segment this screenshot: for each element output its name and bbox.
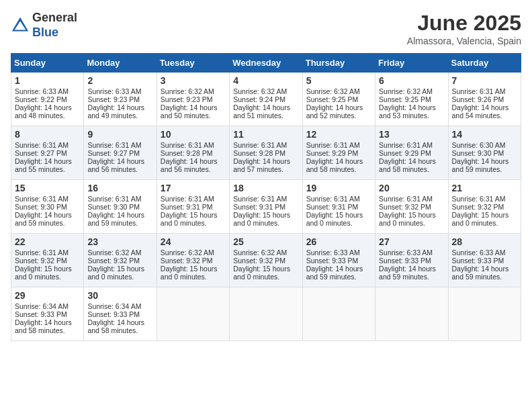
sunrise: Sunrise: 6:31 AM bbox=[161, 141, 214, 149]
day-number: 25 bbox=[233, 236, 298, 247]
day-28: 28 Sunrise: 6:33 AM Sunset: 9:33 PM Dayl… bbox=[448, 234, 521, 287]
empty-cell bbox=[448, 287, 521, 341]
daylight: Daylight: 15 hours and 0 minutes. bbox=[306, 211, 363, 227]
sunrise: Sunrise: 6:31 AM bbox=[233, 141, 287, 149]
page-header: General Blue June 2025 Almassora, Valenc… bbox=[11, 11, 521, 46]
day-number: 15 bbox=[15, 183, 80, 193]
day-22: 22 Sunrise: 6:31 AM Sunset: 9:32 PM Dayl… bbox=[11, 234, 84, 287]
day-19: 19 Sunrise: 6:31 AM Sunset: 9:31 PM Dayl… bbox=[302, 180, 375, 234]
daylight: Daylight: 14 hours and 48 minutes. bbox=[15, 103, 72, 120]
day-number: 21 bbox=[452, 183, 517, 193]
daylight: Daylight: 14 hours and 50 minutes. bbox=[161, 103, 218, 120]
sunrise: Sunrise: 6:31 AM bbox=[161, 195, 214, 203]
daylight: Daylight: 14 hours and 58 minutes. bbox=[379, 157, 436, 173]
daylight: Daylight: 15 hours and 0 minutes. bbox=[452, 211, 509, 227]
sunrise: Sunrise: 6:31 AM bbox=[15, 141, 69, 149]
col-thursday: Thursday bbox=[302, 54, 375, 73]
table-row: 15 Sunrise: 6:31 AM Sunset: 9:30 PM Dayl… bbox=[11, 180, 521, 234]
day-number: 29 bbox=[15, 290, 80, 301]
daylight: Daylight: 14 hours and 49 minutes. bbox=[87, 103, 144, 120]
sunrise: Sunrise: 6:30 AM bbox=[452, 141, 506, 149]
sunrise: Sunrise: 6:33 AM bbox=[15, 87, 69, 95]
day-number: 8 bbox=[15, 129, 80, 140]
day-5: 5 Sunrise: 6:32 AM Sunset: 9:25 PM Dayli… bbox=[302, 73, 375, 126]
sunset: Sunset: 9:33 PM bbox=[87, 310, 140, 318]
empty-cell bbox=[157, 287, 229, 341]
day-number: 3 bbox=[161, 75, 226, 86]
sunrise: Sunrise: 6:31 AM bbox=[233, 195, 287, 203]
daylight: Daylight: 14 hours and 58 minutes. bbox=[15, 318, 72, 334]
table-row: 22 Sunrise: 6:31 AM Sunset: 9:32 PM Dayl… bbox=[11, 234, 521, 287]
day-7: 7 Sunrise: 6:31 AM Sunset: 9:26 PM Dayli… bbox=[448, 73, 521, 126]
day-number: 12 bbox=[306, 129, 371, 140]
sunrise: Sunrise: 6:31 AM bbox=[306, 195, 360, 203]
day-30: 30 Sunrise: 6:34 AM Sunset: 9:33 PM Dayl… bbox=[84, 287, 157, 341]
daylight: Daylight: 14 hours and 58 minutes. bbox=[306, 157, 363, 173]
daylight: Daylight: 14 hours and 53 minutes. bbox=[379, 103, 436, 120]
sunset: Sunset: 9:33 PM bbox=[15, 310, 67, 318]
day-number: 9 bbox=[87, 129, 152, 140]
logo-blue: Blue bbox=[32, 26, 58, 39]
col-sunday: Sunday bbox=[11, 54, 84, 73]
sunrise: Sunrise: 6:32 AM bbox=[233, 87, 287, 95]
header-row: Sunday Monday Tuesday Wednesday Thursday… bbox=[11, 54, 521, 73]
day-23: 23 Sunrise: 6:32 AM Sunset: 9:32 PM Dayl… bbox=[84, 234, 157, 287]
daylight: Daylight: 15 hours and 0 minutes. bbox=[87, 265, 144, 281]
day-number: 11 bbox=[233, 129, 298, 140]
day-25: 25 Sunrise: 6:32 AM Sunset: 9:32 PM Dayl… bbox=[230, 234, 302, 287]
day-number: 26 bbox=[306, 236, 371, 247]
sunset: Sunset: 9:32 PM bbox=[233, 257, 285, 265]
sunrise: Sunrise: 6:34 AM bbox=[15, 302, 69, 310]
day-17: 17 Sunrise: 6:31 AM Sunset: 9:31 PM Dayl… bbox=[157, 180, 229, 234]
sunrise: Sunrise: 6:31 AM bbox=[306, 141, 360, 149]
day-number: 30 bbox=[87, 290, 152, 301]
logo-text: General Blue bbox=[32, 11, 77, 40]
sunset: Sunset: 9:32 PM bbox=[15, 257, 67, 265]
table-row: 8 Sunrise: 6:31 AM Sunset: 9:27 PM Dayli… bbox=[11, 126, 521, 180]
daylight: Daylight: 14 hours and 51 minutes. bbox=[233, 103, 290, 120]
sunset: Sunset: 9:23 PM bbox=[161, 95, 213, 103]
title-block: June 2025 Almassora, Valencia, Spain bbox=[407, 11, 521, 46]
day-number: 20 bbox=[379, 183, 444, 193]
daylight: Daylight: 15 hours and 0 minutes. bbox=[161, 265, 218, 281]
day-26: 26 Sunrise: 6:33 AM Sunset: 9:33 PM Dayl… bbox=[302, 234, 375, 287]
day-number: 23 bbox=[87, 236, 152, 247]
sunset: Sunset: 9:30 PM bbox=[452, 149, 504, 157]
sunset: Sunset: 9:33 PM bbox=[306, 257, 359, 265]
day-10: 10 Sunrise: 6:31 AM Sunset: 9:28 PM Dayl… bbox=[157, 126, 229, 180]
daylight: Daylight: 14 hours and 52 minutes. bbox=[306, 103, 363, 120]
sunset: Sunset: 9:27 PM bbox=[15, 149, 67, 157]
sunrise: Sunrise: 6:31 AM bbox=[87, 195, 141, 203]
sunrise: Sunrise: 6:33 AM bbox=[379, 248, 433, 257]
col-monday: Monday bbox=[84, 54, 157, 73]
sunset: Sunset: 9:23 PM bbox=[87, 95, 140, 103]
day-18: 18 Sunrise: 6:31 AM Sunset: 9:31 PM Dayl… bbox=[230, 180, 302, 234]
daylight: Daylight: 14 hours and 59 minutes. bbox=[87, 211, 144, 227]
day-number: 27 bbox=[379, 236, 444, 247]
daylight: Daylight: 14 hours and 59 minutes. bbox=[452, 157, 509, 173]
sunset: Sunset: 9:30 PM bbox=[15, 203, 67, 211]
sunset: Sunset: 9:31 PM bbox=[306, 203, 359, 211]
table-row: 1 Sunrise: 6:33 AM Sunset: 9:22 PM Dayli… bbox=[11, 73, 521, 126]
daylight: Daylight: 14 hours and 59 minutes. bbox=[452, 265, 509, 281]
day-16: 16 Sunrise: 6:31 AM Sunset: 9:30 PM Dayl… bbox=[84, 180, 157, 234]
day-number: 24 bbox=[161, 236, 226, 247]
sunrise: Sunrise: 6:32 AM bbox=[306, 87, 360, 95]
empty-cell bbox=[375, 287, 448, 341]
sunset: Sunset: 9:31 PM bbox=[233, 203, 285, 211]
daylight: Daylight: 15 hours and 0 minutes. bbox=[379, 211, 436, 227]
day-20: 20 Sunrise: 6:31 AM Sunset: 9:32 PM Dayl… bbox=[375, 180, 448, 234]
day-29: 29 Sunrise: 6:34 AM Sunset: 9:33 PM Dayl… bbox=[11, 287, 84, 341]
day-12: 12 Sunrise: 6:31 AM Sunset: 9:29 PM Dayl… bbox=[302, 126, 375, 180]
sunset: Sunset: 9:32 PM bbox=[452, 203, 504, 211]
logo-icon bbox=[11, 16, 30, 35]
logo-general: General bbox=[32, 11, 77, 24]
sunrise: Sunrise: 6:31 AM bbox=[15, 248, 69, 257]
day-number: 16 bbox=[87, 183, 152, 193]
daylight: Daylight: 14 hours and 54 minutes. bbox=[452, 103, 509, 120]
day-8: 8 Sunrise: 6:31 AM Sunset: 9:27 PM Dayli… bbox=[11, 126, 84, 180]
col-saturday: Saturday bbox=[448, 54, 521, 73]
daylight: Daylight: 14 hours and 56 minutes. bbox=[161, 157, 218, 173]
sunset: Sunset: 9:30 PM bbox=[87, 203, 140, 211]
daylight: Daylight: 14 hours and 59 minutes. bbox=[15, 211, 72, 227]
